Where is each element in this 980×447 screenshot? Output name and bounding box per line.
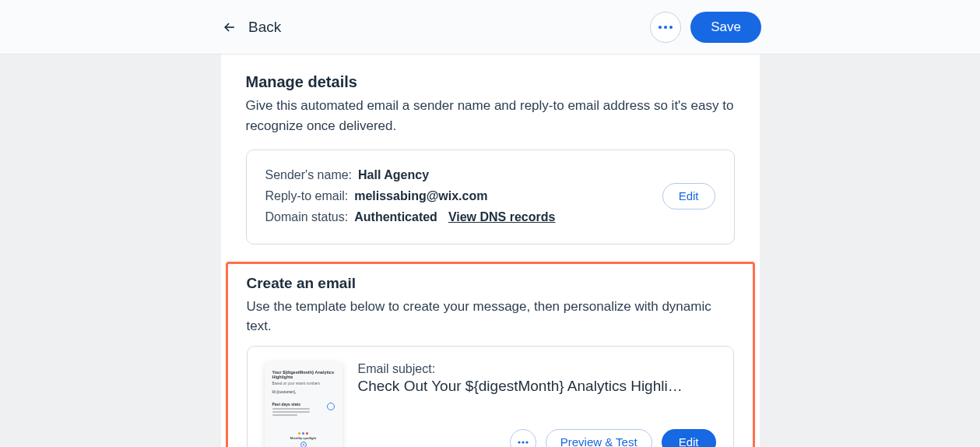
create-desc: Use the template below to create your me…	[247, 297, 734, 336]
edit-details-button[interactable]: Edit	[662, 183, 715, 209]
sender-row: Sender's name: Hall Agency	[265, 164, 556, 185]
manage-desc: Give this automated email a sender name …	[246, 96, 735, 136]
email-info: Email subject: Check Out Your ${digestMo…	[358, 362, 716, 447]
svg-point-3	[518, 441, 520, 443]
svg-point-5	[525, 441, 528, 443]
thumb-line	[272, 414, 297, 416]
thumb-greet: Hi {customer},	[272, 390, 335, 394]
ellipsis-icon	[659, 26, 673, 29]
svg-point-2	[669, 26, 673, 29]
email-actions: Preview & Test Edit	[358, 429, 716, 447]
manage-title: Manage details	[246, 73, 735, 91]
email-thumbnail: Your ${digestMonth} Analytics Highlights…	[265, 362, 342, 447]
top-bar: Back Save	[0, 0, 980, 55]
edit-email-button[interactable]: Edit	[662, 429, 716, 447]
page-wrap: Manage details Give this automated email…	[0, 55, 980, 447]
top-bar-left: Back	[222, 19, 281, 36]
thumb-footer: Monthly spotlight	[272, 432, 335, 447]
save-button[interactable]: Save	[690, 12, 761, 43]
thumb-line	[272, 408, 310, 410]
thumb-section: Past days stats	[272, 402, 335, 407]
top-bar-right: Save	[650, 12, 761, 43]
subject-label: Email subject:	[358, 362, 716, 376]
back-button[interactable]: Back	[222, 19, 281, 36]
reply-row: Reply-to email: melissabing@wix.com	[265, 185, 556, 206]
details-lines: Sender's name: Hall Agency Reply-to emai…	[265, 164, 556, 228]
edit-email-label: Edit	[679, 435, 699, 447]
preview-test-button[interactable]: Preview & Test	[546, 429, 652, 447]
reply-label: Reply-to email:	[265, 185, 349, 206]
ellipsis-icon	[518, 441, 529, 444]
thumb-sub: Based on your recent numbers	[272, 382, 335, 385]
main-card: Manage details Give this automated email…	[221, 55, 760, 447]
email-more-button[interactable]	[510, 429, 536, 447]
thumb-title: Your ${digestMonth} Analytics Highlights	[272, 370, 335, 380]
svg-point-0	[659, 26, 662, 29]
subject-value: Check Out Your ${digestMonth} Analytics …	[358, 378, 716, 395]
manage-details-section: Manage details Give this automated email…	[221, 55, 760, 245]
details-box: Sender's name: Hall Agency Reply-to emai…	[246, 150, 735, 245]
arrow-left-icon	[222, 19, 237, 35]
reply-value: melissabing@wix.com	[354, 185, 487, 206]
thumb-line	[272, 411, 310, 413]
create-title: Create an email	[247, 275, 734, 292]
more-options-button[interactable]	[650, 12, 681, 43]
svg-point-4	[522, 441, 524, 443]
create-email-highlight: Create an email Use the template below t…	[226, 262, 755, 447]
svg-point-1	[664, 26, 667, 29]
domain-row: Domain status: Authenticated View DNS re…	[265, 206, 556, 227]
domain-value: Authenticated	[354, 206, 437, 227]
email-box: Your ${digestMonth} Analytics Highlights…	[247, 346, 734, 447]
domain-label: Domain status:	[265, 206, 349, 227]
back-label: Back	[248, 19, 281, 36]
sender-label: Sender's name:	[265, 164, 353, 185]
thumb-badge-icon	[327, 403, 335, 410]
sender-value: Hall Agency	[358, 164, 429, 185]
view-dns-link[interactable]: View DNS records	[448, 206, 556, 227]
